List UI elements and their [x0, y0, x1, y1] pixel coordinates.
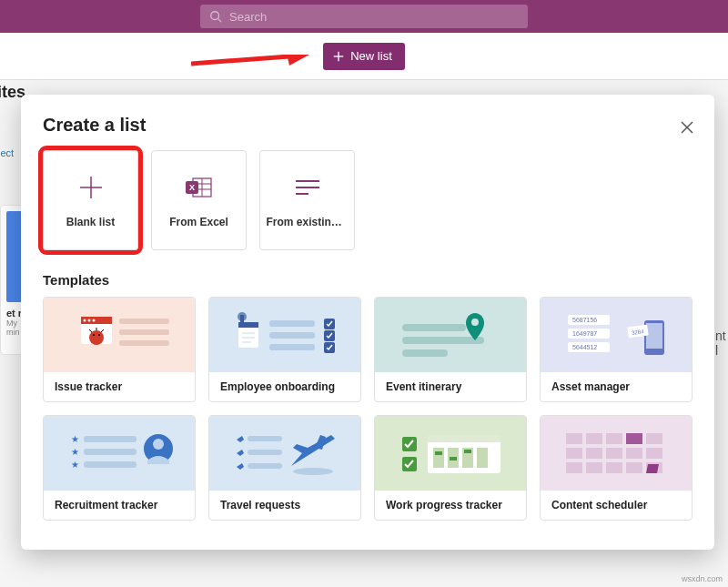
templates-heading: Templates — [43, 272, 693, 288]
template-thumb — [209, 298, 360, 372]
recent-heading: nt l — [715, 329, 728, 358]
option-from-excel[interactable]: X From Excel — [151, 150, 247, 250]
select-link[interactable]: lect — [0, 147, 14, 158]
svg-rect-46 — [402, 324, 466, 331]
svg-point-0 — [211, 12, 219, 20]
svg-rect-90 — [606, 448, 622, 459]
svg-rect-79 — [477, 448, 488, 468]
svg-rect-68 — [248, 436, 282, 441]
svg-rect-33 — [269, 320, 315, 327]
svg-rect-57 — [646, 323, 662, 349]
plus-icon — [77, 172, 105, 203]
svg-rect-47 — [402, 337, 484, 344]
svg-rect-81 — [450, 457, 457, 460]
template-asset-manager[interactable]: 5687156 1649787 5644512 3284 Asset manag… — [540, 297, 693, 402]
svg-rect-82 — [464, 450, 471, 453]
template-thumb — [541, 416, 692, 491]
svg-rect-19 — [119, 319, 169, 324]
svg-text:5687156: 5687156 — [572, 317, 597, 323]
svg-line-1 — [218, 19, 222, 23]
svg-rect-42 — [240, 315, 244, 322]
svg-point-25 — [88, 319, 91, 322]
svg-rect-63 — [84, 449, 136, 455]
svg-rect-35 — [269, 332, 315, 339]
svg-rect-89 — [586, 448, 602, 459]
template-label: Issue tracker — [44, 372, 195, 401]
template-content-scheduler[interactable]: Content scheduler — [540, 415, 693, 521]
svg-point-49 — [471, 319, 479, 326]
svg-point-28 — [93, 334, 95, 336]
svg-rect-65 — [84, 461, 136, 468]
template-label: Travel requests — [209, 491, 360, 520]
svg-rect-83 — [566, 433, 582, 444]
svg-rect-94 — [586, 462, 602, 473]
template-thumb — [375, 416, 526, 491]
svg-point-71 — [293, 468, 333, 475]
template-event-itinerary[interactable]: Event itinerary — [374, 297, 527, 402]
annotation-arrow — [191, 55, 309, 73]
option-blank-list[interactable]: Blank list — [43, 150, 138, 250]
template-label: Asset manager — [541, 372, 692, 401]
option-label: From existing … — [267, 216, 349, 228]
svg-point-67 — [153, 439, 164, 450]
svg-rect-87 — [646, 433, 662, 444]
template-label: Recruitment tracker — [44, 491, 195, 520]
new-list-button[interactable]: New list — [323, 43, 405, 70]
list-icon — [296, 172, 319, 203]
template-thumb — [44, 298, 195, 372]
toolbar: New list — [0, 33, 728, 80]
svg-point-27 — [89, 330, 104, 345]
svg-rect-98 — [626, 433, 642, 444]
search-input[interactable]: Search — [200, 5, 528, 28]
option-label: Blank list — [66, 216, 115, 228]
svg-rect-48 — [402, 349, 448, 357]
template-recruitment-tracker[interactable]: ★ ★ ★ Recruitment tracker — [43, 415, 196, 521]
svg-rect-96 — [626, 462, 642, 473]
svg-rect-80 — [435, 451, 442, 455]
create-options: Blank list X From Excel From existing … — [43, 150, 693, 250]
excel-icon: X — [186, 172, 213, 203]
svg-rect-88 — [566, 448, 582, 459]
svg-rect-37 — [269, 344, 315, 350]
close-button[interactable] — [676, 116, 698, 138]
svg-text:1649787: 1649787 — [572, 330, 597, 337]
svg-rect-84 — [586, 433, 602, 444]
template-label: Event itinerary — [375, 372, 526, 401]
svg-text:★: ★ — [71, 434, 79, 444]
option-from-existing[interactable]: From existing … — [259, 150, 355, 250]
close-icon — [681, 121, 693, 134]
svg-rect-95 — [606, 462, 622, 473]
svg-point-26 — [93, 319, 96, 322]
svg-rect-20 — [119, 329, 169, 335]
svg-marker-5 — [286, 55, 309, 66]
template-work-progress[interactable]: Work progress tracker — [374, 415, 527, 521]
template-label: Content scheduler — [541, 491, 692, 520]
svg-text:★: ★ — [71, 447, 79, 457]
svg-text:X: X — [189, 183, 195, 192]
app-header: Search — [0, 0, 728, 33]
watermark: wsxdn.com — [682, 574, 723, 583]
svg-rect-75 — [428, 435, 500, 442]
option-label: From Excel — [169, 216, 228, 228]
svg-rect-61 — [84, 436, 136, 442]
search-placeholder: Search — [229, 10, 267, 24]
svg-rect-91 — [626, 448, 642, 459]
template-thumb — [375, 298, 526, 372]
new-list-label: New list — [350, 49, 392, 63]
templates-grid: Issue tracker Employee onboarding — [43, 297, 693, 521]
dialog-title: Create a list — [43, 115, 693, 136]
svg-rect-40 — [238, 322, 258, 328]
svg-rect-70 — [248, 463, 282, 469]
svg-rect-85 — [606, 433, 622, 444]
svg-rect-93 — [566, 462, 582, 473]
template-issue-tracker[interactable]: Issue tracker — [43, 297, 196, 402]
template-label: Employee onboarding — [209, 372, 360, 401]
create-list-dialog: Create a list Blank list X From Excel Fr… — [21, 95, 714, 550]
svg-point-24 — [84, 319, 86, 322]
svg-text:★: ★ — [71, 460, 79, 470]
svg-rect-76 — [433, 448, 444, 468]
template-travel-requests[interactable]: Travel requests — [208, 415, 361, 521]
template-employee-onboarding[interactable]: Employee onboarding — [208, 297, 361, 402]
template-thumb — [209, 416, 360, 491]
search-icon — [209, 10, 222, 23]
